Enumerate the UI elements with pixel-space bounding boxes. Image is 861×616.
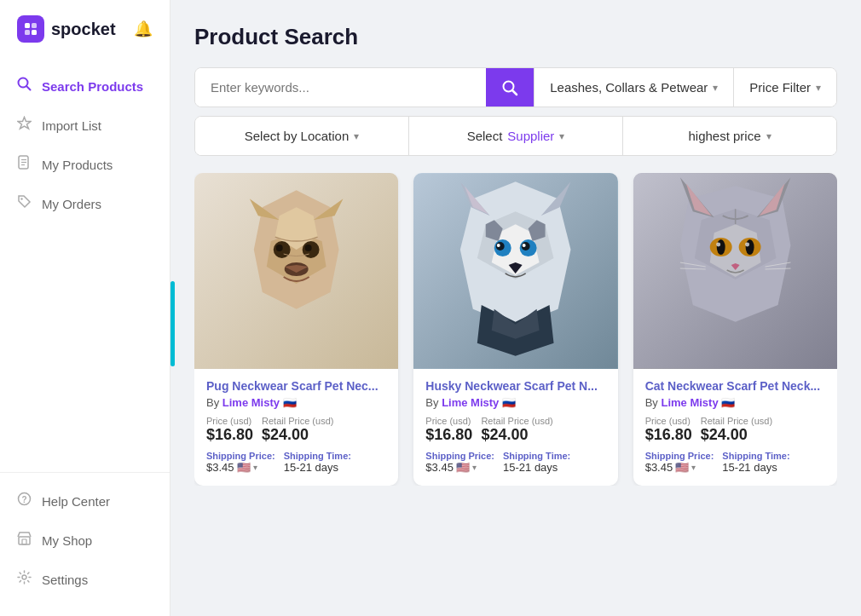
- retail-label: Retail Price (usd): [262, 416, 333, 426]
- search-input[interactable]: [195, 68, 486, 107]
- svg-line-18: [512, 90, 517, 95]
- svg-point-55: [716, 239, 725, 255]
- svg-text:?: ?: [21, 495, 26, 504]
- shipping-time-value: 15-21 days: [722, 461, 789, 474]
- shipping-label: Shipping Price:: [645, 451, 714, 461]
- gear-icon: [17, 570, 32, 589]
- svg-point-26: [305, 245, 312, 251]
- product-image: [633, 173, 837, 369]
- retail-price-block: Retail Price (usd) $24.00: [481, 416, 552, 444]
- location-label: Select by Location: [245, 129, 350, 143]
- product-image: [194, 173, 398, 369]
- sidebar-item-my-orders[interactable]: My Orders: [0, 184, 170, 223]
- svg-rect-14: [19, 537, 30, 544]
- shipping-value: $3.45 🇺🇸 ▾: [425, 461, 494, 474]
- shipping-time-block: Shipping Time: 15-21 days: [503, 451, 570, 474]
- supplier-label-prefix: Select: [467, 129, 503, 143]
- sidebar-item-settings[interactable]: Settings: [0, 560, 170, 599]
- search-button[interactable]: [486, 68, 534, 107]
- svg-point-25: [276, 245, 283, 251]
- shipping-price-block: Shipping Price: $3.45 🇺🇸 ▾: [425, 451, 494, 474]
- retail-price-block: Retail Price (usd) $24.00: [701, 416, 772, 444]
- sidebar-item-search-products[interactable]: Search Products: [0, 66, 170, 106]
- svg-point-58: [745, 243, 749, 247]
- help-icon: ?: [17, 492, 32, 510]
- category-label: Leashes, Collars & Petwear: [550, 80, 708, 95]
- sort-filter[interactable]: highest price ▾: [623, 117, 836, 155]
- shipping-row: Shipping Price: $3.45 🇺🇸 ▾ Shipping Time…: [645, 451, 825, 474]
- svg-point-56: [745, 239, 754, 255]
- prices-row: Price (usd) $16.80 Retail Price (usd) $2…: [425, 416, 605, 444]
- supplier-prefix: By: [206, 396, 219, 409]
- product-supplier: By Lime Misty 🇷🇺: [425, 396, 605, 409]
- shipping-row: Shipping Price: $3.45 🇺🇸 ▾ Shipping Time…: [206, 451, 386, 474]
- supplier-filter[interactable]: Select Supplier ▾: [409, 117, 623, 155]
- shipping-value: $3.45 🇺🇸 ▾: [645, 461, 714, 474]
- product-info: Cat Neckwear Scarf Pet Neck... By Lime M…: [633, 369, 837, 486]
- svg-point-11: [20, 198, 22, 199]
- svg-point-16: [22, 575, 26, 579]
- price-label: Price (usd): [425, 416, 472, 426]
- shipping-price-block: Shipping Price: $3.45 🇺🇸 ▾: [645, 451, 714, 474]
- chevron-down-icon: ▾: [559, 130, 564, 142]
- sidebar-logo: spocket 🔔: [0, 0, 170, 58]
- sidebar-bottom: ? Help Center My Shop Setti: [0, 472, 170, 616]
- shipping-time-value: 15-21 days: [284, 461, 351, 474]
- sidebar-item-label: Help Center: [42, 494, 110, 509]
- shipping-label: Shipping Price:: [206, 451, 275, 461]
- product-image: [413, 173, 617, 369]
- flag-icon: 🇷🇺: [502, 396, 516, 409]
- supplier-name: Lime Misty: [661, 396, 718, 409]
- page-title: Product Search: [194, 24, 837, 50]
- sidebar-item-label: My Products: [42, 158, 113, 172]
- search-icon: [17, 77, 32, 95]
- product-card[interactable]: Pug Neckwear Scarf Pet Nec... By Lime Mi…: [194, 173, 398, 486]
- sidebar-item-import-list[interactable]: Import List: [0, 106, 170, 145]
- sidebar-item-label: Settings: [42, 573, 88, 587]
- svg-rect-2: [25, 30, 30, 35]
- sidebar-item-label: My Orders: [42, 197, 101, 211]
- retail-label: Retail Price (usd): [701, 416, 772, 426]
- price-block: Price (usd) $16.80: [645, 416, 692, 444]
- category-filter[interactable]: Leashes, Collars & Petwear ▾: [534, 68, 733, 107]
- sidebar-item-my-shop[interactable]: My Shop: [0, 521, 170, 560]
- retail-value: $24.00: [701, 426, 772, 444]
- shipping-time-label: Shipping Time:: [722, 451, 789, 461]
- sidebar-item-label: My Shop: [42, 533, 92, 548]
- shipping-label: Shipping Price:: [425, 451, 494, 461]
- sidebar-item-help-center[interactable]: ? Help Center: [0, 481, 170, 521]
- sidebar-nav: Search Products Import List My Products: [0, 58, 170, 472]
- shipping-time-label: Shipping Time:: [284, 451, 351, 461]
- sidebar-item-my-products[interactable]: My Products: [0, 145, 170, 184]
- filter-bar: Select by Location ▾ Select Supplier ▾ h…: [194, 116, 837, 156]
- svg-rect-15: [22, 539, 26, 544]
- product-info: Pug Neckwear Scarf Pet Nec... By Lime Mi…: [194, 369, 398, 486]
- supplier-name: Lime Misty: [222, 396, 280, 409]
- svg-line-5: [26, 86, 31, 90]
- svg-point-39: [497, 244, 500, 247]
- bell-icon[interactable]: 🔔: [134, 20, 153, 38]
- sidebar-item-label: Import List: [42, 118, 101, 133]
- shipping-time-block: Shipping Time: 15-21 days: [722, 451, 789, 474]
- shipping-row: Shipping Price: $3.45 🇺🇸 ▾ Shipping Time…: [425, 451, 605, 474]
- chevron-down-icon: ▾: [354, 130, 359, 142]
- price-filter[interactable]: Price Filter ▾: [733, 68, 836, 107]
- product-card[interactable]: Cat Neckwear Scarf Pet Neck... By Lime M…: [633, 173, 837, 486]
- supplier-prefix: By: [425, 396, 438, 409]
- price-block: Price (usd) $16.80: [206, 416, 253, 444]
- shipping-value: $3.45 🇺🇸 ▾: [206, 461, 275, 474]
- sidebar-item-label: Search Products: [42, 79, 143, 94]
- price-block: Price (usd) $16.80: [425, 416, 472, 444]
- retail-value: $24.00: [262, 426, 333, 444]
- chevron-down-icon: ▾: [713, 82, 718, 94]
- product-title: Pug Neckwear Scarf Pet Nec...: [206, 379, 386, 393]
- svg-rect-1: [32, 23, 37, 28]
- product-card[interactable]: Husky Neckwear Scarf Pet N... By Lime Mi…: [413, 173, 617, 486]
- scroll-indicator: [170, 281, 175, 366]
- shipping-price-block: Shipping Price: $3.45 🇺🇸 ▾: [206, 451, 275, 474]
- flag-icon: 🇷🇺: [283, 396, 297, 409]
- flag-icon: 🇷🇺: [721, 396, 735, 409]
- location-filter[interactable]: Select by Location ▾: [195, 117, 409, 155]
- shipping-time-block: Shipping Time: 15-21 days: [284, 451, 351, 474]
- svg-rect-0: [25, 23, 30, 28]
